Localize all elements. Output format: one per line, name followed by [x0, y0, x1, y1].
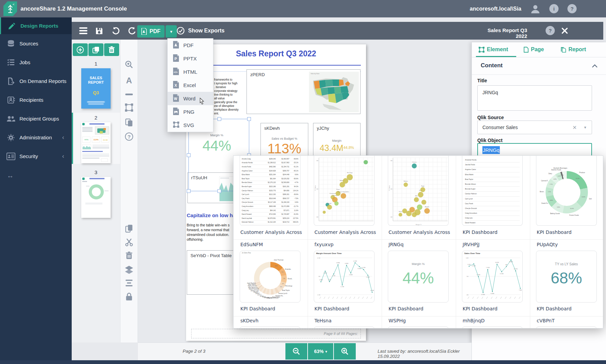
toolbar-help-icon[interactable]: ? [546, 26, 555, 35]
help-icon[interactable]: ? [567, 4, 577, 13]
sidebar-collapse-icon[interactable]: ↔ [7, 172, 14, 180]
cut-element-icon[interactable] [125, 238, 133, 247]
svg-text:Milk: Milk [415, 195, 418, 197]
copy-element-icon[interactable] [125, 224, 133, 233]
user-icon[interactable] [530, 4, 540, 14]
gallery-thumbnail[interactable]: Margin Amount Over Time4.5M3M1.5M1.68M3.… [314, 251, 375, 303]
gallery-thumbnail[interactable]: Judy Thurman13.8Amanda..8.1Ronal..7.8TAC… [240, 251, 300, 303]
zperd-element[interactable]: zPERD Sales by State [246, 69, 361, 114]
sidebar-item-jobs[interactable]: Jobs [0, 53, 72, 72]
gallery-thumbnail[interactable]: Produce21.6%Deli15.8%Frozen Foods15.6%Ba… [536, 156, 597, 226]
close-icon[interactable] [561, 27, 568, 34]
sidebar-item-sources[interactable]: Sources [0, 34, 72, 53]
sidebar-item-recipients[interactable]: Recipients [0, 90, 72, 109]
menu-hamburger-icon[interactable] [79, 27, 87, 34]
gallery-thumbnail[interactable]: Sales Over Time10M5M0M8.1M8.76M5.13M6.56… [462, 251, 523, 303]
save-icon[interactable] [95, 27, 103, 35]
chevron-up-icon[interactable] [592, 64, 597, 68]
paste-tool-icon[interactable] [125, 117, 133, 126]
source-caret-icon[interactable]: ▾ [584, 121, 586, 134]
qlik-source-select[interactable]: Consumer Sales × ▾ [477, 121, 592, 134]
zoom-in-button[interactable] [334, 343, 356, 360]
menu-item-pdf[interactable]: PDF [168, 39, 213, 52]
align-icon[interactable] [125, 279, 133, 287]
sidebar-item-label: Sources [19, 41, 38, 46]
menu-item-word[interactable]: WWord [168, 92, 213, 105]
gallery-thumbnail[interactable]: Amanda HondaJanella FieldsAngelee Carter… [462, 156, 523, 226]
menu-item-excel[interactable]: XExcel [168, 79, 213, 92]
page-thumbnail-3[interactable] [81, 177, 111, 218]
tab-report[interactable]: Report [561, 46, 586, 53]
svg-text:7.15M: 7.15M [486, 267, 490, 268]
title-field-input[interactable]: JRNGq [477, 85, 592, 111]
gallery-thumbnail[interactable]: TY vs LY Sales68% [536, 251, 597, 303]
menu-item-label: HTML [183, 69, 197, 75]
info-icon[interactable]: i [549, 4, 559, 13]
sidebar-item-security[interactable]: Security‹ [0, 147, 72, 166]
add-page-button[interactable] [73, 43, 88, 56]
sidebar-item-recipient-groups[interactable]: Recipient Groups [0, 109, 72, 128]
pencil-icon [8, 22, 16, 30]
check-circle-icon [177, 27, 185, 35]
gallery-thumbnail[interactable]: Budget Over Time [388, 326, 449, 328]
list-check-icon [6, 58, 15, 67]
export-pdf-button[interactable]: PDF [137, 25, 165, 38]
sidebar-item-label: Jobs [19, 59, 30, 65]
menu-item-svg[interactable]: SVG [168, 118, 213, 132]
gallery-object-name: mhBjnqD [463, 318, 485, 323]
menu-item-label: SVG [183, 122, 194, 128]
kpi-thumb-value: 68% [536, 269, 596, 287]
delete-page-button[interactable] [104, 43, 119, 56]
gallery-thumbnail[interactable] [536, 326, 597, 328]
svg-text:5M: 5M [466, 276, 468, 277]
zoom-tool-icon[interactable] [125, 60, 133, 69]
undo-icon[interactable] [111, 26, 120, 36]
menu-item-label: Word [183, 96, 196, 101]
gallery-thumbnail[interactable]: Ja Date [314, 326, 375, 328]
strip-help-icon[interactable]: ? [125, 132, 133, 141]
export-format-caret-button[interactable]: ▾ [166, 25, 177, 38]
svg-text:Wafers: Wafers [404, 180, 408, 182]
gallery-thumbnail[interactable]: Margin %44% [388, 251, 449, 303]
lock-icon[interactable] [125, 292, 133, 301]
gallery-thumbnail[interactable] [240, 326, 300, 328]
menu-item-pptx[interactable]: PPPTX [168, 52, 213, 65]
app-logo-icon: < [3, 1, 17, 16]
svg-text:3M: 3M [318, 276, 320, 277]
gallery-item-caption: Customer Analysis Across [314, 229, 376, 235]
sidebar-item-design-reports[interactable]: Design Reports [0, 17, 72, 34]
layers-icon[interactable] [125, 265, 133, 274]
redo-icon[interactable] [128, 26, 137, 36]
clear-source-icon[interactable]: × [573, 121, 577, 134]
element-tab-icon [479, 47, 484, 53]
page-thumbnail-2[interactable]: 44% 113% 43.4M [81, 122, 111, 163]
cursor-pointer-icon [197, 98, 206, 107]
svg-text:P: P [174, 57, 177, 61]
zoom-out-button[interactable] [285, 343, 307, 360]
file-pdf-icon [173, 41, 180, 50]
line-tool-icon[interactable] [125, 94, 133, 95]
shape-tool-icon[interactable] [125, 103, 133, 112]
gallery-thumbnail[interactable]: 3M2M1MTY SalesMargin %BunsMilkPopsAngels… [388, 156, 449, 226]
menu-item-png[interactable]: PNG [168, 105, 213, 118]
gallery-item-caption: KPI Dashboard [240, 306, 275, 311]
gallery-thumbnail[interactable]: 3M2M1MTY SalesSeedsPreservesCheesePizzaB… [314, 156, 375, 226]
menu-item-html[interactable]: </>HTML [168, 65, 213, 79]
gallery-thumbnail[interactable]: Products⌕ Line⌕ Group⌕ Type⌕ Sub Group [462, 326, 523, 328]
zoom-level-select[interactable]: 63%▾ [308, 343, 333, 360]
svg-text:3M: 3M [390, 160, 392, 162]
duplicate-page-button[interactable] [88, 43, 103, 56]
svg-text:Hot Dogs: Hot Dogs [347, 172, 353, 173]
tab-element[interactable]: Element [479, 46, 508, 53]
gallery-item-caption: KPI Dashboard [314, 306, 349, 311]
svg-text:1M: 1M [390, 216, 392, 218]
text-tool-icon[interactable]: A [126, 76, 132, 85]
show-exports-button[interactable]: Show Exports [177, 27, 225, 35]
delete-element-icon[interactable] [125, 251, 133, 260]
sidebar-item-on-demand-reports[interactable]: On Demand Reports [0, 72, 72, 90]
page-thumbnail-1[interactable]: SALESREPORT Q3 [81, 68, 111, 109]
sidebar-item-administration[interactable]: Administration‹ [0, 128, 72, 147]
gallery-thumbnail[interactable]: Amelia Craig$259,040$1,993,557-69.6%Aman… [240, 156, 300, 226]
tab-page[interactable]: Page [524, 46, 544, 53]
svg-text:Pizza: Pizza [336, 188, 340, 190]
